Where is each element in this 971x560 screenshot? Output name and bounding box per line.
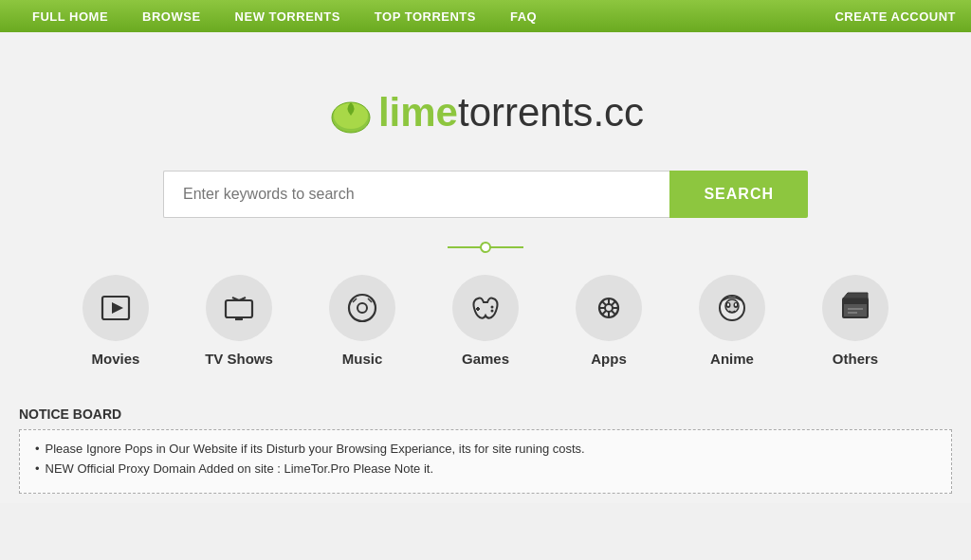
svg-point-17 bbox=[605, 304, 613, 312]
category-movies[interactable]: Movies bbox=[64, 275, 168, 367]
tv-icon bbox=[222, 291, 256, 325]
games-icon bbox=[468, 291, 503, 325]
games-icon-bg bbox=[452, 275, 519, 341]
games-label: Games bbox=[462, 351, 509, 367]
others-label: Others bbox=[833, 351, 878, 367]
svg-point-31 bbox=[735, 303, 737, 306]
notice-bullet-2: • bbox=[35, 461, 40, 476]
anime-icon bbox=[715, 291, 749, 325]
search-input[interactable] bbox=[163, 171, 669, 218]
svg-line-22 bbox=[602, 301, 606, 305]
notice-text-2: NEW Official Proxy Domain Added on site … bbox=[46, 461, 433, 476]
svg-point-8 bbox=[349, 295, 376, 321]
nav-browse[interactable]: BROWSE bbox=[125, 0, 218, 32]
svg-point-30 bbox=[727, 303, 729, 306]
category-games[interactable]: Games bbox=[433, 275, 538, 367]
nav-faq[interactable]: FAQ bbox=[493, 0, 554, 32]
nav-links: FULL HOME BROWSE NEW TORRENTS TOP TORREN… bbox=[15, 0, 834, 32]
create-account-link[interactable]: CREATE ACCOUNT bbox=[834, 9, 956, 24]
lime-icon bbox=[327, 89, 375, 136]
svg-point-15 bbox=[491, 310, 494, 313]
logo-torrents-part: torrents bbox=[458, 90, 593, 135]
notice-text-1: Please Ignore Pops in Our Website if its… bbox=[46, 442, 585, 456]
site-logo: limetorrents.cc bbox=[327, 89, 644, 136]
music-icon-bg bbox=[329, 275, 395, 341]
tvshows-label: TV Shows bbox=[205, 351, 273, 367]
apps-icon-bg bbox=[576, 275, 642, 341]
svg-rect-33 bbox=[843, 298, 868, 304]
notice-section: NOTICE BOARD • Please Ignore Pops in Our… bbox=[0, 397, 971, 503]
logo-text: limetorrents.cc bbox=[378, 93, 644, 133]
movies-label: Movies bbox=[92, 351, 140, 367]
music-icon bbox=[345, 291, 379, 325]
svg-marker-36 bbox=[843, 293, 868, 298]
category-apps[interactable]: Apps bbox=[557, 275, 661, 367]
svg-line-24 bbox=[612, 301, 615, 305]
svg-rect-5 bbox=[226, 300, 252, 317]
divider bbox=[448, 246, 523, 248]
divider-circle bbox=[480, 242, 491, 253]
category-tvshows[interactable]: TV Shows bbox=[187, 275, 291, 367]
notice-box: • Please Ignore Pops in Our Website if i… bbox=[19, 429, 952, 494]
logo-cc-part: .cc bbox=[593, 90, 644, 135]
tv-icon-bg bbox=[206, 275, 272, 341]
nav-new-torrents[interactable]: NEW TORRENTS bbox=[218, 0, 357, 32]
svg-line-23 bbox=[612, 311, 615, 315]
search-bar: SEARCH bbox=[163, 171, 808, 218]
notice-item-2: • NEW Official Proxy Domain Added on sit… bbox=[35, 461, 936, 476]
music-label: Music bbox=[342, 351, 383, 367]
category-music[interactable]: Music bbox=[310, 275, 414, 367]
notice-bullet-1: • bbox=[35, 442, 40, 456]
movie-icon bbox=[99, 291, 133, 325]
anime-label: Anime bbox=[710, 351, 754, 367]
search-button[interactable]: SEARCH bbox=[669, 171, 808, 218]
notice-item-1: • Please Ignore Pops in Our Website if i… bbox=[35, 442, 936, 456]
logo-lime-part: lime bbox=[378, 90, 458, 135]
navigation: FULL HOME BROWSE NEW TORRENTS TOP TORREN… bbox=[0, 0, 971, 32]
notice-title: NOTICE BOARD bbox=[19, 406, 952, 422]
others-icon bbox=[838, 291, 872, 325]
svg-marker-4 bbox=[112, 302, 123, 314]
category-others[interactable]: Others bbox=[803, 275, 907, 367]
category-anime[interactable]: Anime bbox=[680, 275, 784, 367]
anime-icon-bg bbox=[699, 275, 765, 341]
nav-top-torrents[interactable]: TOP TORRENTS bbox=[357, 0, 493, 32]
movie-icon-bg bbox=[82, 275, 149, 341]
svg-line-25 bbox=[602, 311, 606, 315]
others-icon-bg bbox=[822, 275, 889, 341]
svg-point-14 bbox=[491, 306, 494, 309]
main-content: limetorrents.cc SEARCH Movies bbox=[0, 32, 971, 503]
apps-label: Apps bbox=[591, 351, 627, 367]
apps-icon bbox=[592, 291, 626, 325]
categories: Movies TV Shows bbox=[64, 275, 907, 367]
svg-point-9 bbox=[357, 303, 367, 313]
nav-full-home[interactable]: FULL HOME bbox=[15, 0, 125, 32]
